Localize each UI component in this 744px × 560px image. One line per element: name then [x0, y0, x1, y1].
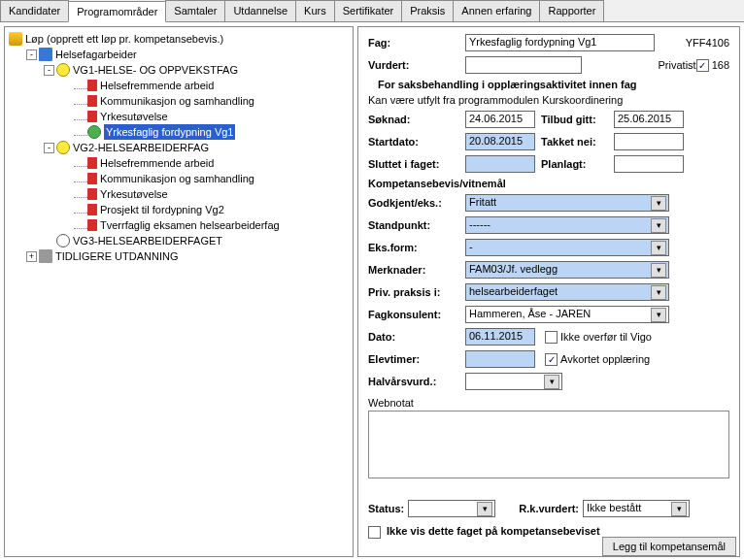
collapse-icon[interactable]: - — [26, 49, 37, 60]
merknader-dropdown[interactable]: FAM03/Jf. vedlegg — [465, 261, 669, 279]
stack-icon — [9, 32, 22, 46]
fagkonsulent-label: Fagkonsulent: — [368, 309, 465, 320]
gray-box-icon — [39, 249, 52, 263]
fag-field[interactable]: Yrkesfaglig fordypning Vg1 — [465, 34, 655, 51]
folder-icon — [39, 48, 52, 61]
tab-samtaler[interactable]: Samtaler — [165, 0, 225, 21]
smiley-green-icon — [87, 125, 101, 139]
saksbehandling-sub: Kan være utfylt fra programmodulen Kursk… — [368, 94, 729, 106]
smiley-neutral-icon — [56, 234, 70, 247]
tree-item-label: VG2-HELSEARBEIDERFAG — [73, 140, 209, 155]
tree-vg1-c2[interactable]: Kommunikasjon og samhandling — [61, 93, 349, 109]
tree-vg2-c5[interactable]: Tverrfaglig eksamen helsearbeiderfag — [61, 217, 349, 233]
sluttet-field[interactable] — [465, 155, 535, 173]
ikke-overfor-checkbox[interactable] — [545, 331, 558, 344]
tree-item-label: Helsefremmende arbeid — [100, 155, 214, 171]
avkortet-label: Avkortet opplæring — [560, 353, 650, 365]
tree-item-label: Yrkesutøvelse — [100, 186, 168, 202]
fag-code: YFF4106 — [686, 37, 729, 49]
dato-field[interactable]: 06.11.2015 — [465, 328, 535, 346]
tree-item-label: TIDLIGERE UTDANNING — [55, 248, 179, 264]
rkvurdert-label: R.k.vurdert: — [519, 503, 579, 514]
sluttet-label: Sluttet i faget: — [368, 158, 465, 170]
privatist-num: 168 — [712, 59, 729, 71]
startdato-field[interactable]: 20.08.2015 — [465, 133, 535, 150]
tab-kurs[interactable]: Kurs — [295, 0, 335, 21]
collapse-icon[interactable]: - — [44, 143, 54, 153]
dato-label: Dato: — [368, 331, 465, 343]
tree-vg1[interactable]: - VG1-HELSE- OG OPPVEKSTFAG — [44, 62, 349, 78]
fag-label: Fag: — [368, 37, 465, 49]
tree-vg1-c1[interactable]: Helsefremmende arbeid — [61, 78, 349, 93]
tree-vg2-c3[interactable]: Yrkesutøvelse — [61, 186, 349, 202]
kompetansebevis-title: Kompetansebevis/vitnemål — [368, 178, 729, 189]
tab-sertifikater[interactable]: Sertifikater — [334, 0, 403, 21]
ikke-overfor-label: Ikke overfør til Vigo — [560, 331, 652, 343]
tree-tidligere[interactable]: + TIDLIGERE UTDANNING — [26, 248, 349, 264]
tab-programomrader[interactable]: Programområder — [68, 1, 166, 22]
smiley-icon — [56, 141, 70, 154]
expand-icon[interactable]: + — [26, 251, 37, 262]
elevtimer-label: Elevtimer: — [368, 353, 465, 365]
collapse-icon[interactable]: - — [44, 65, 54, 76]
startdato-label: Startdato: — [368, 136, 465, 148]
status-red-icon — [87, 219, 97, 231]
status-red-icon — [87, 188, 97, 200]
privatist-checkbox[interactable]: ✓ — [696, 59, 709, 72]
merknader-label: Merknader: — [368, 264, 465, 276]
status-red-icon — [87, 204, 97, 215]
tab-utdannelse[interactable]: Utdannelse — [224, 0, 296, 21]
takket-label: Takket nei: — [541, 136, 614, 148]
tree-vg2[interactable]: - VG2-HELSEARBEIDERFAG — [44, 140, 349, 155]
tree-item-label: Helsefremmende arbeid — [100, 78, 214, 93]
privpraksis-dropdown[interactable]: helsearbeiderfaget — [465, 283, 669, 301]
standpunkt-dropdown[interactable]: ------ — [465, 216, 669, 234]
standpunkt-label: Standpunkt: — [368, 219, 465, 231]
planlagt-label: Planlagt: — [541, 158, 614, 170]
detail-form: Fag: Yrkesfaglig fordypning Vg1 YFF4106 … — [357, 26, 740, 557]
planlagt-field[interactable] — [614, 155, 684, 173]
webnotat-field[interactable] — [368, 411, 729, 478]
tree-item-label: Kommunikasjon og samhandling — [100, 171, 254, 186]
tree-root[interactable]: Løp (opprett ett løp pr. kompetansebevis… — [9, 31, 349, 47]
privatist-label: Privatist — [659, 59, 696, 71]
soknad-field[interactable]: 24.06.2015 — [465, 111, 535, 128]
fagkonsulent-dropdown[interactable]: Hammeren, Åse - JAREN — [465, 306, 669, 323]
halvars-label: Halvårsvurd.: — [368, 376, 465, 387]
tree-vg1-c4-selected[interactable]: Yrkesfaglig fordypning Vg1 — [61, 124, 349, 140]
tab-praksis[interactable]: Praksis — [401, 0, 454, 21]
halvars-dropdown[interactable] — [465, 373, 562, 390]
tab-annen-erfaring[interactable]: Annen erfaring — [453, 0, 540, 21]
tree-item-label: Prosjekt til fordypning Vg2 — [100, 202, 224, 217]
eksform-label: Eks.form: — [368, 242, 465, 253]
tree-item-label: VG1-HELSE- OG OPPVEKSTFAG — [73, 62, 238, 78]
ikke-vis-checkbox[interactable] — [368, 526, 381, 539]
legg-til-kompetansemal-button[interactable]: Legg til kompetansemål — [602, 537, 736, 556]
tilbud-label: Tilbud gitt: — [541, 114, 614, 125]
vurdert-field[interactable] — [465, 56, 582, 74]
tree-item-label: Yrkesutøvelse — [100, 109, 168, 124]
tree-vg1-c3[interactable]: Yrkesutøvelse — [61, 109, 349, 124]
tree-vg2-c2[interactable]: Kommunikasjon og samhandling — [61, 171, 349, 186]
tree-item-label: Tverrfaglig eksamen helsearbeiderfag — [100, 217, 280, 233]
tree-item-label: VG3-HELSEARBEIDERFAGET — [73, 233, 222, 248]
vurdert-label: Vurdert: — [368, 59, 465, 71]
godkjent-dropdown[interactable]: Fritatt — [465, 194, 669, 212]
tab-kandidater[interactable]: Kandidater — [0, 0, 69, 21]
tree-vg3[interactable]: VG3-HELSEARBEIDERFAGET — [44, 233, 349, 248]
saksbehandling-title: For saksbehandling i opplæringsaktivitet… — [378, 79, 729, 90]
smiley-icon — [56, 63, 70, 77]
tree-helsefagarbeider[interactable]: - Helsefagarbeider — [26, 47, 349, 62]
rkvurdert-dropdown[interactable]: Ikke bestått — [583, 500, 690, 517]
takket-field[interactable] — [614, 133, 684, 150]
avkortet-checkbox[interactable]: ✓ — [545, 353, 558, 366]
eksform-dropdown[interactable]: - — [465, 239, 669, 256]
tree-vg2-c1[interactable]: Helsefremmende arbeid — [61, 155, 349, 171]
tree-vg2-c4[interactable]: Prosjekt til fordypning Vg2 — [61, 202, 349, 217]
webnotat-label: Webnotat — [368, 397, 729, 409]
elevtimer-field[interactable] — [465, 350, 535, 368]
status-dropdown[interactable] — [408, 500, 495, 517]
status-label: Status: — [368, 503, 404, 514]
tilbud-field[interactable]: 25.06.2015 — [614, 111, 684, 128]
tab-rapporter[interactable]: Rapporter — [539, 0, 604, 21]
